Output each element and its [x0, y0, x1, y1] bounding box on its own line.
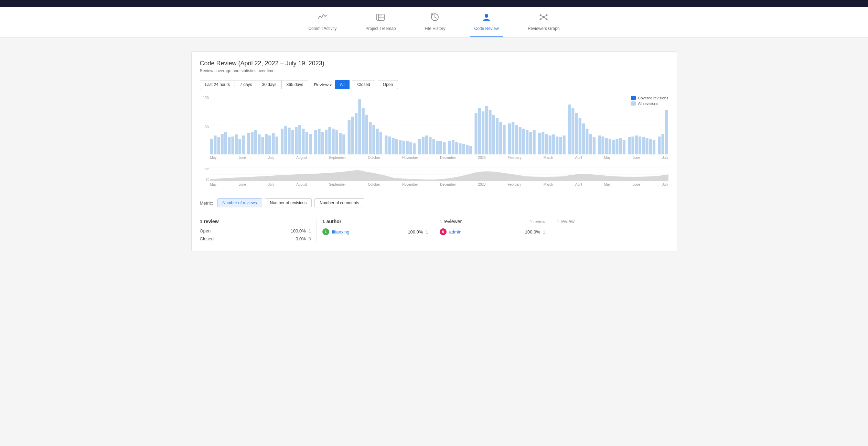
svg-rect-115: [571, 108, 574, 154]
code-review-card: Code Review (April 22, 2022 – July 19, 2…: [191, 51, 677, 251]
reviewer-name-admin[interactable]: admin: [449, 229, 461, 235]
stats-grid: 1 review Open 100.0% 1 Closed 0.0% 0: [200, 219, 668, 243]
svg-rect-25: [235, 134, 237, 154]
svg-rect-120: [589, 134, 592, 154]
svg-rect-32: [261, 137, 264, 154]
svg-rect-109: [548, 135, 551, 154]
svg-line-12: [544, 15, 547, 17]
stats-open-pct: 100.0%: [291, 228, 306, 233]
svg-rect-119: [586, 129, 588, 154]
svg-rect-134: [642, 137, 645, 154]
stats-closed-row: Closed 0.0% 0: [200, 235, 311, 243]
main-content: Code Review (April 22, 2022 – July 19, 2…: [183, 37, 685, 260]
svg-rect-96: [499, 122, 502, 154]
svg-rect-66: [388, 137, 391, 154]
svg-rect-71: [406, 141, 408, 154]
reviews-filter-label: Reviews:: [314, 82, 332, 87]
svg-rect-136: [649, 139, 652, 154]
svg-rect-59: [362, 108, 364, 154]
svg-rect-81: [443, 142, 446, 154]
tab-code-review[interactable]: Code Review: [470, 12, 503, 37]
svg-rect-116: [575, 113, 578, 154]
tab-file-history-label: File History: [425, 26, 445, 31]
svg-rect-100: [515, 125, 518, 154]
svg-rect-55: [347, 120, 350, 154]
tab-project-treemap[interactable]: </> Project Treemap: [361, 12, 400, 37]
stats-col-reviews: 1 review Open 100.0% 1 Closed 0.0% 0: [200, 219, 317, 243]
mini-chart-y-axis: 100 50: [200, 167, 210, 181]
stats-closed-pct: 0.0%: [296, 236, 306, 241]
svg-rect-46: [314, 130, 317, 154]
stats-reviewers-header-count: 1 review: [530, 219, 545, 224]
svg-rect-127: [615, 139, 618, 154]
author-num: 1: [426, 229, 428, 235]
author-row: L litianxing: [322, 228, 350, 235]
svg-rect-91: [481, 111, 484, 154]
svg-rect-123: [601, 137, 604, 154]
svg-rect-103: [526, 130, 528, 154]
svg-rect-132: [635, 135, 637, 154]
review-btn-closed[interactable]: Closed: [352, 80, 375, 89]
metric-label: Metric:: [200, 200, 213, 206]
stats-reviewer-row: A admin 100.0% 1: [440, 227, 546, 237]
svg-rect-129: [622, 140, 625, 154]
top-bar: [0, 0, 868, 7]
tab-project-treemap-label: Project Treemap: [365, 26, 396, 31]
svg-rect-47: [318, 129, 320, 154]
svg-rect-98: [508, 123, 511, 154]
time-filter-group: Last 24 hours 7 days 30 days 365 days: [200, 80, 309, 89]
nav-tabs: Commit Activity </> Project Treemap File…: [0, 7, 868, 37]
svg-rect-67: [392, 138, 394, 154]
svg-rect-87: [465, 145, 468, 154]
tab-reviewers-graph[interactable]: Reviewers Graph: [524, 12, 564, 37]
svg-rect-138: [658, 137, 661, 154]
metric-btn-revisions[interactable]: Number of revisions: [265, 198, 312, 207]
metric-btn-comments[interactable]: Number of comments: [314, 198, 364, 207]
time-btn-365d[interactable]: 365 days: [282, 80, 308, 89]
svg-rect-29: [250, 132, 253, 154]
svg-rect-97: [503, 125, 505, 154]
svg-rect-90: [478, 108, 481, 154]
stats-reviews-count: 1 review: [200, 219, 311, 224]
stats-open-num: 1: [309, 228, 311, 233]
tab-file-history[interactable]: File History: [420, 12, 449, 37]
reviewer-row: A admin: [440, 228, 461, 235]
svg-rect-40: [291, 130, 294, 154]
stats-reviewers-count: 1 reviewer 1 review: [440, 219, 546, 224]
svg-rect-18: [210, 139, 213, 154]
svg-rect-57: [355, 113, 357, 154]
svg-rect-69: [399, 140, 401, 154]
svg-rect-72: [409, 142, 412, 154]
svg-rect-92: [485, 106, 488, 154]
svg-rect-56: [351, 117, 354, 154]
page-title: Code Review (April 22, 2022 – July 19, 2…: [200, 60, 668, 67]
time-btn-30d[interactable]: 30 days: [257, 80, 282, 89]
time-btn-7d[interactable]: 7 days: [235, 80, 257, 89]
svg-rect-20: [217, 137, 220, 154]
svg-rect-41: [294, 127, 297, 154]
svg-rect-110: [552, 134, 555, 154]
tab-commit-activity[interactable]: Commit Activity: [304, 12, 341, 37]
review-btn-open[interactable]: Open: [378, 80, 398, 89]
svg-rect-37: [280, 129, 283, 154]
mini-chart-area: [210, 167, 668, 181]
svg-rect-49: [325, 130, 328, 154]
svg-rect-45: [309, 134, 311, 154]
reviewers-graph-icon: [539, 12, 548, 23]
author-name-litianxing[interactable]: litianxing: [332, 229, 350, 235]
mini-chart: 100 50 May June July August September Oc…: [200, 167, 668, 192]
tab-reviewers-graph-label: Reviewers Graph: [528, 26, 560, 31]
svg-rect-44: [305, 132, 308, 154]
author-avatar-a: A: [440, 228, 447, 235]
svg-rect-24: [231, 137, 234, 154]
author-value: 100.0% 1: [408, 229, 428, 235]
review-btn-all[interactable]: All: [335, 80, 350, 89]
time-btn-24h[interactable]: Last 24 hours: [200, 80, 235, 89]
page-subtitle: Review coverage and statistics over time: [200, 68, 668, 73]
stats-extra-count: 1 review: [557, 219, 663, 224]
svg-rect-62: [372, 125, 375, 154]
svg-rect-106: [538, 133, 540, 154]
metric-btn-reviews[interactable]: Number of reviews: [217, 198, 262, 207]
svg-point-5: [485, 14, 488, 18]
main-chart-container: Covered revisions All revisions 100 50: [200, 96, 668, 165]
